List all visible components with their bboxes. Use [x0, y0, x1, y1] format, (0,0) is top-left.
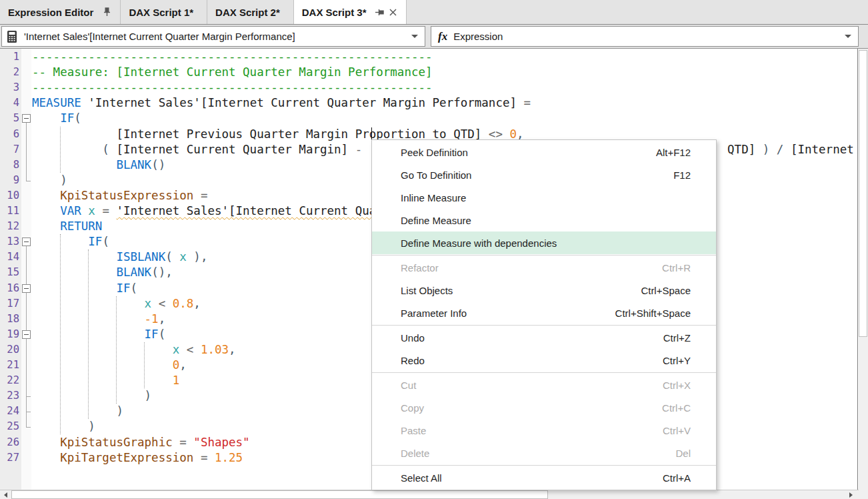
code-token: [Internet [791, 143, 854, 156]
menu-item-peek-definition[interactable]: Peek DefinitionAlt+F12 [372, 141, 716, 163]
code-line-16[interactable]: IF( [32, 281, 137, 296]
code-token: - [348, 143, 369, 156]
menu-item-redo[interactable]: RedoCtrl+Y [372, 349, 716, 372]
line-number: 8 [0, 157, 19, 173]
code-line-5[interactable]: IF( [32, 111, 81, 126]
fold-collapse-icon[interactable] [22, 114, 31, 123]
code-line-26[interactable]: KpiStatusGraphic = "Shapes" [32, 435, 250, 450]
code-line-19[interactable]: IF( [32, 327, 165, 342]
code-token [32, 189, 60, 202]
code-token: , [229, 343, 236, 356]
code-token: , [159, 312, 166, 326]
code-token [32, 343, 173, 356]
fold-collapse-icon[interactable] [22, 284, 31, 293]
tab-dax-script-1[interactable]: DAX Script 1* [121, 0, 207, 24]
menu-item-label: Define Measure [372, 215, 691, 226]
menu-item-shortcut: Ctrl+C [662, 402, 716, 414]
code-token: ) [145, 389, 152, 402]
code-line-18[interactable]: -1, [32, 312, 165, 327]
code-line-27[interactable]: KpiTargetExpression = 1.25 [32, 450, 243, 466]
selected-measure-value: 'Internet Sales'[Internet Current Quarte… [24, 31, 405, 42]
menu-item-select-all[interactable]: Select AllCtrl+A [372, 466, 716, 489]
line-number: 5 [0, 111, 19, 126]
code-token: ( [74, 111, 81, 125]
pin-icon[interactable] [101, 7, 112, 17]
code-token: 1.03 [201, 343, 229, 356]
code-line-3[interactable]: ----------------------------------------… [32, 80, 433, 95]
menu-separator [372, 372, 716, 373]
vertical-scrollbar[interactable] [859, 49, 868, 490]
toolbar: 'Internet Sales'[Internet Current Quarte… [0, 25, 868, 49]
tab-label: DAX Script 2* [215, 7, 280, 18]
expression-property-dropdown[interactable]: fx Expression [431, 26, 859, 47]
scroll-left-arrow-icon[interactable] [0, 490, 11, 499]
code-token: KpiStatusExpression [60, 189, 193, 202]
menu-item-label: List Objects [372, 285, 641, 296]
code-line-25[interactable]: ) [32, 419, 95, 434]
code-line-23[interactable]: ) [32, 388, 151, 404]
code-token: IF [145, 328, 159, 341]
scroll-right-arrow-icon[interactable] [845, 490, 857, 499]
line-number: 3 [0, 80, 19, 95]
tab-expression-editor[interactable]: Expression Editor [0, 0, 121, 24]
horizontal-scrollbar[interactable] [0, 490, 859, 499]
horizontal-scrollbar-thumb[interactable] [11, 490, 548, 499]
menu-item-go-to-definition[interactable]: Go To DefinitionF12 [372, 163, 716, 186]
code-line-15[interactable]: BLANK(), [32, 265, 173, 280]
code-line-8[interactable]: BLANK() [32, 157, 165, 173]
menu-item-define-measure[interactable]: Define Measure [372, 209, 716, 231]
fold-collapse-icon[interactable] [22, 330, 31, 339]
line-number: 19 [0, 327, 19, 342]
menu-item-define-measure-with-dependencies[interactable]: Define Measure with dependencies [372, 231, 716, 254]
menu-item-label: Go To Definition [372, 169, 673, 181]
fold-region-line [26, 339, 27, 396]
menu-item-parameter-info[interactable]: Parameter InfoCtrl+Shift+Space [372, 302, 716, 324]
code-line-21[interactable]: 0, [32, 358, 187, 373]
code-line-4[interactable]: MEASURE 'Internet Sales'[Internet Curren… [32, 95, 531, 111]
line-number: 26 [0, 435, 19, 450]
code-line-10[interactable]: KpiStatusExpression = [32, 188, 207, 203]
menu-item-label: Parameter Info [372, 308, 615, 319]
close-icon[interactable] [387, 7, 398, 17]
fold-collapse-icon[interactable] [22, 237, 31, 246]
code-line-24[interactable]: ) [32, 404, 123, 419]
code-line-22[interactable]: 1 [32, 373, 179, 388]
vertical-scrollbar-thumb[interactable] [859, 50, 867, 337]
code-line-13[interactable]: IF( [32, 234, 109, 250]
tab-dax-script-3[interactable]: DAX Script 3* [294, 0, 407, 24]
tab-label: DAX Script 1* [129, 7, 193, 18]
code-token: [Internet Current Quarter Margin] [116, 143, 348, 156]
code-token: ( [102, 143, 116, 156]
code-token: ), [187, 250, 208, 264]
code-token [32, 451, 60, 464]
chevron-down-icon[interactable] [845, 35, 851, 38]
line-number: 1 [0, 49, 19, 65]
menu-item-list-objects[interactable]: List ObjectsCtrl+Space [372, 279, 716, 302]
code-token: x [173, 343, 180, 356]
code-line-1[interactable]: ----------------------------------------… [32, 49, 433, 65]
tab-dax-script-2[interactable]: DAX Script 2* [207, 0, 294, 24]
code-line-20[interactable]: x < 1.03, [32, 342, 236, 358]
measure-selector-dropdown[interactable]: 'Internet Sales'[Internet Current Quarte… [1, 26, 425, 47]
fold-region-line [26, 123, 27, 180]
code-token: ) [60, 173, 67, 187]
pin-sideways-icon[interactable] [374, 7, 385, 17]
chevron-down-icon[interactable] [411, 35, 418, 38]
line-number: 25 [0, 419, 19, 434]
code-line-12[interactable]: RETURN [32, 219, 102, 234]
menu-item-shortcut: Ctrl+V [663, 425, 716, 436]
fold-region-end [26, 396, 31, 397]
line-number: 21 [0, 358, 19, 373]
code-token: () [151, 158, 165, 171]
menu-item-shortcut: Ctrl+A [663, 472, 716, 484]
code-token: IF [60, 111, 74, 125]
code-line-2[interactable]: -- Measure: [Internet Current Quarter Ma… [32, 65, 433, 80]
code-line-9[interactable]: ) [32, 173, 67, 188]
code-token: = [517, 96, 531, 109]
line-number-gutter: 1234567891011121314151617181920212223242… [0, 49, 21, 490]
menu-item-undo[interactable]: UndoCtrl+Z [372, 326, 716, 349]
code-token: < [179, 343, 201, 356]
menu-item-inline-measure[interactable]: Inline Measure [372, 186, 716, 209]
code-line-14[interactable]: ISBLANK( x ), [32, 250, 207, 265]
code-token: IF [116, 282, 130, 295]
